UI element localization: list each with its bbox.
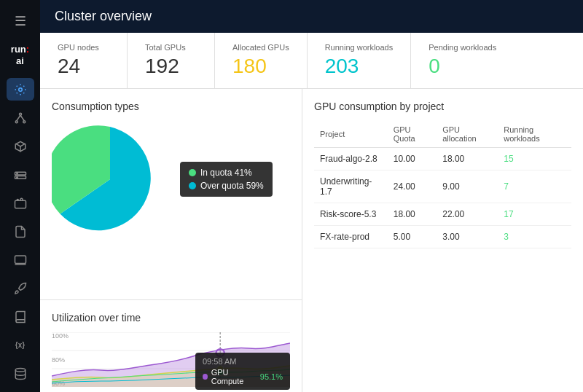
over-quota-dot-icon	[189, 182, 196, 189]
hamburger-icon[interactable]: ☰	[9, 7, 32, 35]
svg-rect-12	[15, 256, 26, 264]
chart-tooltip-time: 09:58 AM	[203, 357, 283, 366]
cell-running: 7	[498, 170, 571, 203]
stat-running-workloads: Running workloads 203	[308, 33, 412, 88]
right-panel: GPU consumption by project Project GPU Q…	[302, 89, 583, 392]
main-content: Cluster overview GPU nodes 24 Total GPUs…	[40, 0, 583, 392]
svg-line-4	[16, 115, 20, 121]
cell-running: 17	[498, 203, 571, 226]
stat-total-gpus: Total GPUs 192	[128, 33, 215, 88]
over-quota-label: Over quota 59%	[200, 181, 264, 191]
sidebar-item-api[interactable]: {x}	[7, 334, 34, 356]
pie-tooltip: In quota 41% Over quota 59%	[180, 162, 273, 197]
cell-allocation: 9.00	[437, 170, 498, 203]
stat-gpu-nodes-value: 24	[58, 55, 109, 78]
sidebar-item-laptop[interactable]	[7, 248, 34, 271]
svg-point-3	[23, 120, 25, 122]
tooltip-row-in-quota: In quota 41%	[189, 168, 264, 178]
svg-point-0	[18, 87, 22, 91]
svg-line-5	[20, 115, 24, 121]
content-area: Consumption types	[40, 89, 583, 392]
chart-tooltip-value: 95.1%	[260, 372, 283, 381]
col-allocation: GPU allocation	[437, 121, 498, 148]
svg-point-9	[16, 173, 17, 174]
table-row: Underwriting-1.7 24.00 9.00 7	[314, 170, 571, 203]
sidebar-item-jobs[interactable]	[7, 192, 34, 214]
chart-tooltip-dot-icon	[203, 374, 208, 380]
cell-project: Fraud-algo-2.8	[314, 148, 388, 170]
sidebar-item-database[interactable]	[7, 362, 34, 385]
stats-bar: GPU nodes 24 Total GPUs 192 Allocated GP…	[40, 33, 583, 89]
sidebar-item-nodes[interactable]	[7, 106, 34, 129]
stat-running-workloads-value: 203	[325, 55, 394, 78]
cell-project: Risk-score-5.3	[314, 203, 388, 226]
col-project: Project	[314, 121, 388, 148]
sidebar-item-book[interactable]	[7, 305, 34, 328]
sidebar-item-files[interactable]	[7, 220, 34, 243]
cell-allocation: 22.00	[437, 203, 498, 226]
tooltip-row-over-quota: Over quota 59%	[189, 181, 264, 191]
svg-rect-11	[15, 200, 26, 208]
gpu-consumption-table: Project GPU Quota GPU allocation Running…	[314, 121, 571, 248]
stat-pending-workloads-label: Pending workloads	[429, 43, 496, 52]
stat-total-gpus-label: Total GPUs	[145, 43, 197, 52]
sidebar: ☰ run:ai {x}	[0, 0, 40, 392]
stat-allocated-gpus-label: Allocated GPUs	[232, 43, 289, 52]
cell-project: Underwriting-1.7	[314, 170, 388, 203]
pie-chart	[52, 121, 168, 238]
table-row: FX-rate-prod 5.00 3.00 3	[314, 226, 571, 248]
svg-point-1	[19, 113, 21, 115]
cell-allocation: 18.00	[437, 148, 498, 170]
page-title: Cluster overview	[55, 9, 152, 24]
header: Cluster overview	[40, 0, 583, 33]
sidebar-item-storage[interactable]	[7, 163, 34, 186]
sidebar-item-packages[interactable]	[7, 135, 34, 157]
stat-pending-workloads: Pending workloads 0	[411, 33, 514, 88]
cell-running: 3	[498, 226, 571, 248]
stat-running-workloads-label: Running workloads	[325, 43, 394, 52]
app-logo: run:ai	[11, 44, 29, 66]
cell-running: 15	[498, 148, 571, 170]
gpu-table-title: GPU consumption by project	[314, 101, 571, 112]
stat-total-gpus-value: 192	[145, 55, 197, 78]
col-running: Running workloads	[498, 121, 571, 148]
stat-allocated-gpus: Allocated GPUs 180	[215, 33, 308, 88]
cell-quota: 10.00	[388, 148, 437, 170]
stat-pending-workloads-value: 0	[429, 55, 496, 78]
pie-container: In quota 41% Over quota 59%	[52, 121, 290, 238]
consumption-title: Consumption types	[52, 101, 290, 112]
in-quota-label: In quota 41%	[200, 168, 252, 178]
cell-quota: 24.00	[388, 170, 437, 203]
in-quota-dot-icon	[189, 169, 196, 176]
cell-project: FX-rate-prod	[314, 226, 388, 248]
cell-quota: 18.00	[388, 203, 437, 226]
col-quota: GPU Quota	[388, 121, 437, 148]
stat-allocated-gpus-value: 180	[232, 55, 289, 78]
svg-point-14	[15, 368, 26, 372]
cell-quota: 5.00	[388, 226, 437, 248]
chart-tooltip-metric: GPU Compute	[211, 368, 255, 385]
stat-gpu-nodes: GPU nodes 24	[40, 33, 128, 88]
utilization-title: Utilization over time	[52, 312, 290, 324]
left-panel: Consumption types	[40, 89, 302, 392]
chart-tooltip-metric-row: GPU Compute 95.1%	[203, 368, 283, 385]
cell-allocation: 3.00	[437, 226, 498, 248]
svg-point-10	[16, 176, 17, 178]
table-row: Risk-score-5.3 18.00 22.00 17	[314, 203, 571, 226]
sidebar-item-dashboard[interactable]	[7, 78, 34, 101]
chart-tooltip: 09:58 AM GPU Compute 95.1%	[195, 353, 290, 390]
sidebar-item-rocket[interactable]	[7, 277, 34, 299]
svg-point-2	[15, 120, 17, 122]
stat-gpu-nodes-label: GPU nodes	[58, 43, 109, 52]
consumption-card: Consumption types	[40, 89, 302, 300]
table-row: Fraud-algo-2.8 10.00 18.00 15	[314, 148, 571, 170]
utilization-card: Utilization over time 100% 80% 60%	[40, 300, 302, 392]
